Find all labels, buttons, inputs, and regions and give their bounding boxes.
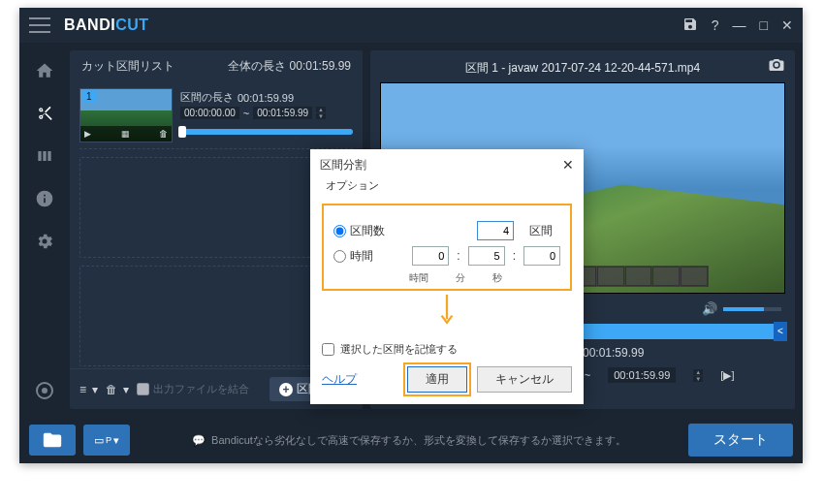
open-file-button[interactable] [29,425,76,456]
segment-item[interactable]: 1 ▶ ▦ 🗑 区間の長さ 00:01:59.99 [79,82,353,149]
segment-length-label: 区間の長さ [180,90,234,105]
hours-input[interactable] [412,246,449,266]
apply-button[interactable]: 適用 [407,366,467,393]
segment-thumbnail[interactable]: 1 ▶ ▦ 🗑 [79,88,173,142]
volume-icon[interactable]: 🔊 [702,301,717,316]
timeline-cap[interactable]: < [774,322,787,341]
titlebar: BANDICUT ? — □ ✕ [19,8,803,43]
footer-hint: 💬 Bandicutなら劣化なしで高速で保存するか、形式を変換して保存するか選択… [192,433,626,448]
minutes-label: 分 [456,271,465,285]
range-out[interactable]: 00:01:59.99 [608,367,676,383]
play-range-icon[interactable]: [▶] [720,369,734,382]
plus-icon: + [279,383,293,396]
minimize-icon[interactable]: — [733,17,746,33]
preview-length-value: 00:01:59.99 [583,346,644,360]
segment-out-time[interactable]: 00:01:59.99 [253,107,312,119]
save-icon[interactable] [682,16,698,35]
segment-slider[interactable] [180,129,353,135]
close-icon[interactable]: ✕ [781,17,793,33]
dialog-help-link[interactable]: ヘルプ [322,371,357,388]
play-small-icon[interactable]: ▶ [84,129,91,139]
help-icon[interactable]: ? [712,17,719,33]
record-icon[interactable] [36,382,53,399]
logo-part2: CUT [115,16,148,33]
radio-time[interactable]: 時間 [333,248,373,265]
segment-list-title: カット区間リスト [81,58,174,75]
maximize-icon[interactable]: □ [760,17,768,33]
settings-icon[interactable] [34,231,55,252]
time-spinner[interactable]: ▲▼ [316,107,326,119]
volume-control[interactable]: 🔊 [702,301,781,316]
merge-output-checkbox[interactable]: 出力ファイルを結合 [137,382,249,396]
seconds-input[interactable] [523,246,560,266]
segment-in-time[interactable]: 00:00:00.00 [180,107,239,119]
preset-button[interactable]: ▭P ▾ [83,425,130,456]
segment-index: 1 [82,91,96,102]
app-footer: ▭P ▾ 💬 Bandicutなら劣化なしで高速で保存するか、形式を変換して保存… [19,417,803,463]
sidebar [19,43,70,417]
hours-label: 時間 [409,271,428,285]
count-input[interactable] [477,221,514,240]
app-window: BANDICUT ? — □ ✕ カット区間リスト 全体の長さ [19,8,803,463]
count-unit: 区間 [522,223,560,239]
seconds-label: 秒 [492,271,502,285]
app-logo: BANDICUT [64,16,149,34]
info-icon[interactable] [34,188,55,209]
split-segment-dialog: 区間分割 ✕ オプション 区間数 区間 時間 : : [310,149,584,404]
cut-icon[interactable] [34,103,55,124]
minutes-input[interactable] [468,246,505,266]
arrow-icon [322,295,572,332]
chat-icon: 💬 [192,434,206,447]
remember-checkbox[interactable]: 選択した区間を記憶する [322,342,572,357]
home-icon[interactable] [34,60,55,81]
splice-icon[interactable] [34,145,55,167]
camera-icon[interactable] [768,56,785,78]
logo-part1: BANDI [64,16,115,33]
radio-count[interactable]: 区間数 [333,223,385,239]
grid-small-icon[interactable]: ▦ [121,129,130,139]
dialog-title: 区間分割 [320,157,366,173]
cancel-button[interactable]: キャンセル [477,366,572,393]
options-fieldset: 区間数 区間 時間 : : 時間 分 秒 [322,204,572,291]
delete-small-icon[interactable]: 🗑 [159,129,168,139]
options-legend: オプション [322,178,572,193]
volume-slider[interactable] [723,307,781,311]
list-delete-dropdown[interactable]: 🗑▾ [106,383,129,396]
preview-title: 区間 1 - javaw 2017-07-24 12-20-44-571.mp4 [465,61,700,75]
range-spinner-r[interactable]: ▲▼ [693,369,703,382]
list-menu-dropdown[interactable]: ≡▾ [79,383,98,396]
total-length: 全体の長さ 00:01:59.99 [228,58,351,75]
segment-length-value: 00:01:59.99 [238,92,294,104]
dialog-close-icon[interactable]: ✕ [562,157,574,173]
start-button[interactable]: スタート [688,424,793,457]
menu-icon[interactable] [29,17,50,33]
